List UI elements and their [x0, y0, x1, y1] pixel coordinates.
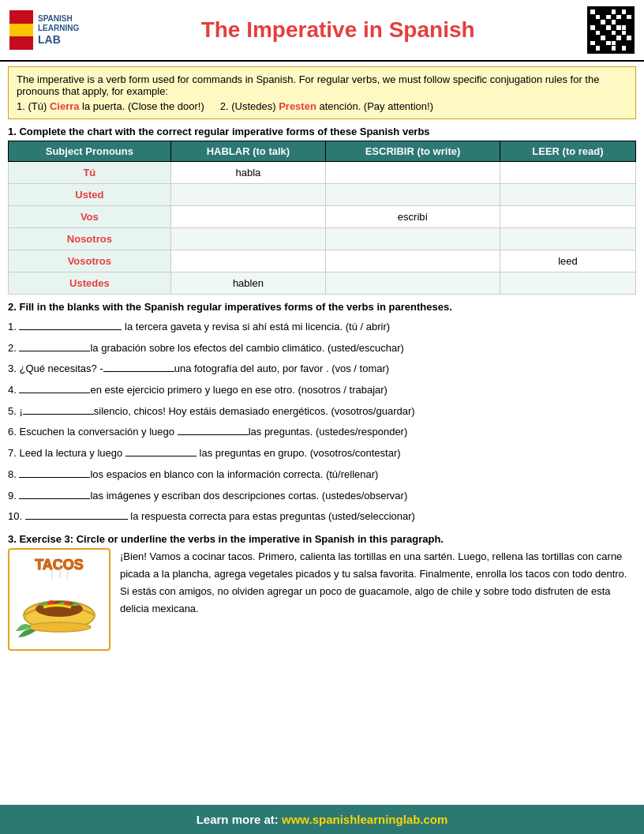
leer-cell: leed	[500, 250, 635, 272]
fill-blank-text: las preguntas en grupo. (vosotros/contes…	[197, 447, 401, 459]
fill-blank-item: 1. la tercera gaveta y revisa si ahí est…	[8, 317, 636, 337]
leer-cell	[500, 272, 635, 295]
col-header-leer: LEER (to read)	[500, 141, 635, 162]
fill-blank-item: 5. ¡silencio, chicos! Hoy estáis demasia…	[8, 402, 636, 422]
escribir-cell: escribí	[326, 206, 500, 228]
col-header-pronouns: Subject Pronouns	[9, 141, 171, 162]
table-row: Túhabla	[9, 162, 636, 184]
pronoun-cell: Vosotros	[9, 250, 171, 272]
fill-blank-text: los espacios en blanco con la informació…	[90, 468, 378, 480]
hablar-cell	[170, 250, 325, 272]
blank-field[interactable]	[19, 340, 90, 351]
hablar-cell: hablen	[170, 272, 325, 295]
page-title: The Imperative in Spanish	[88, 17, 587, 43]
escribir-cell	[326, 162, 500, 184]
fill-blank-text: en este ejercicio primero y luego en ese…	[90, 384, 387, 396]
fill-blank-item: 6. Escuchen la conversación y luego las …	[8, 423, 636, 442]
blank-field[interactable]	[125, 445, 197, 456]
table-row: Vosescribí	[9, 206, 636, 228]
fill-blank-text: la grabación sobre los efectos del cambi…	[90, 342, 403, 354]
page: SPANISH LEARNING LAB The Imperative in S…	[0, 0, 644, 834]
blank-field[interactable]	[19, 319, 122, 330]
footer: Learn more at: www.spanishlearninglab.co…	[0, 805, 644, 834]
leer-cell	[500, 206, 635, 228]
fill-blank-text: la respuesta correcta para estas pregunt…	[128, 510, 415, 522]
fill-blank-text: las imágenes y escriban dos descripcione…	[90, 490, 407, 502]
spain-flag-icon	[9, 10, 33, 50]
fill-blank-item: 8. los espacios en blanco con la informa…	[8, 465, 636, 485]
blank-field[interactable]	[23, 404, 94, 415]
header: SPANISH LEARNING LAB The Imperative in S…	[0, 0, 644, 62]
leer-cell	[500, 184, 635, 206]
example2: 2. (Ustedes) Presten atención. (Pay atte…	[220, 100, 433, 112]
fill-blank-text: silencio, chicos! Hoy estáis demasiado e…	[94, 405, 415, 417]
logo: SPANISH LEARNING LAB	[9, 10, 79, 50]
hablar-cell: habla	[170, 162, 325, 184]
section3-title: 3. Exercise 3: Circle or underline the v…	[8, 533, 636, 545]
fill-blanks-section: 1. la tercera gaveta y revisa si ahí est…	[8, 317, 636, 527]
hablar-cell	[170, 206, 325, 228]
logo-text: SPANISH LEARNING LAB	[38, 14, 79, 47]
fill-blank-item: 7. Leed la lectura y luego las preguntas…	[8, 444, 636, 464]
fill-blank-text: las preguntas. (ustedes/responder)	[249, 426, 408, 438]
blank-field[interactable]	[19, 382, 90, 393]
table-row: Nosotros	[9, 228, 636, 250]
blank-field[interactable]	[25, 509, 128, 520]
pronoun-cell: Tú	[9, 162, 171, 184]
qr-code	[587, 6, 635, 54]
fill-blank-item: 4. en este ejercicio primero y luego en …	[8, 381, 636, 400]
blank-field[interactable]	[178, 424, 249, 435]
verb-table: Subject Pronouns HABLAR (to talk) ESCRIB…	[8, 141, 636, 295]
taco-svg: TACOS	[12, 552, 107, 647]
fill-blank-item: 10. la respuesta correcta para estas pre…	[8, 507, 636, 527]
intro-box: The imperative is a verb form used for c…	[8, 66, 636, 119]
table-row: Vosotrosleed	[9, 250, 636, 272]
leer-cell	[500, 162, 635, 184]
pronoun-cell: Vos	[9, 206, 171, 228]
svg-text:TACOS: TACOS	[35, 557, 84, 573]
intro-text: The imperative is a verb form used for c…	[17, 73, 627, 97]
svg-point-5	[28, 622, 91, 632]
fill-blank-item: 2. la grabación sobre los efectos del ca…	[8, 339, 636, 359]
blank-field[interactable]	[19, 467, 90, 478]
example1: 1. (Tú) Cierra la puerta. (Close the doo…	[17, 100, 204, 112]
fill-blank-text: una fotografía del auto, por favor . (vo…	[174, 363, 389, 374]
fill-blank-item: 3. ¿Qué necesitas? -una fotografía del a…	[8, 359, 636, 379]
escribir-cell	[326, 272, 500, 295]
table-row: Ustedeshablen	[9, 272, 636, 295]
pronoun-cell: Nosotros	[9, 228, 171, 250]
blank-field[interactable]	[19, 488, 90, 499]
blank-field[interactable]	[103, 361, 174, 372]
pronoun-cell: Ustedes	[9, 272, 171, 295]
exercise3-text: ¡Bien! Vamos a cocinar tacos. Primero, c…	[120, 548, 636, 651]
footer-url: www.spanishlearninglab.com	[282, 813, 447, 826]
taco-image: TACOS	[8, 548, 110, 651]
section1-title: 1. Complete the chart with the correct r…	[8, 126, 636, 137]
fill-blank-item: 9. las imágenes y escriban dos descripci…	[8, 486, 636, 506]
section2-title: 2. Fill in the blanks with the Spanish r…	[8, 301, 636, 313]
fill-blank-text: la tercera gaveta y revisa si ahí está m…	[122, 321, 390, 332]
table-row: Usted	[9, 184, 636, 206]
escribir-cell	[326, 250, 500, 272]
hablar-cell	[170, 228, 325, 250]
examples-row: 1. (Tú) Cierra la puerta. (Close the doo…	[17, 100, 627, 112]
pronoun-cell: Usted	[9, 184, 171, 206]
escribir-cell	[326, 184, 500, 206]
leer-cell	[500, 228, 635, 250]
escribir-cell	[326, 228, 500, 250]
exercise3-content: TACOS	[8, 548, 636, 651]
col-header-escribir: ESCRIBIR (to write)	[326, 141, 500, 162]
col-header-hablar: HABLAR (to talk)	[170, 141, 325, 162]
hablar-cell	[170, 184, 325, 206]
